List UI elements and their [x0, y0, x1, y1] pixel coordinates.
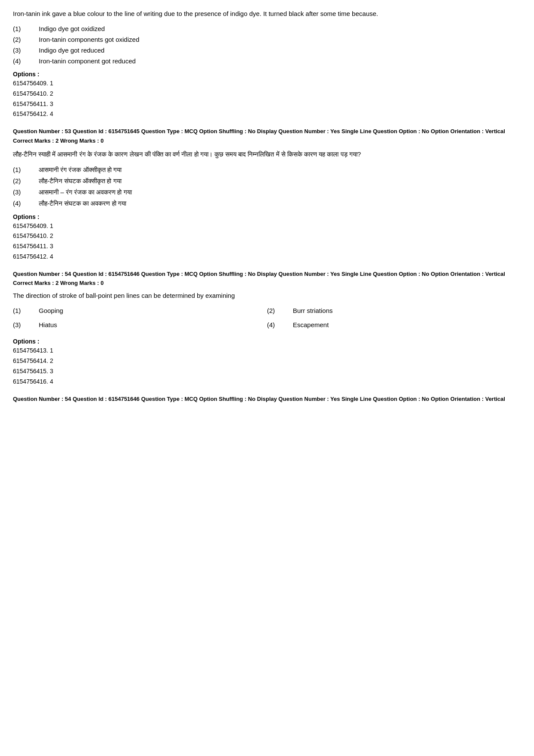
q52-options: (1) Indigo dye got oxidized (2) Iron-tan…: [13, 25, 521, 65]
q54-option-3-text: Hiatus: [39, 321, 57, 328]
q53-option-id-3: 6154756411. 3: [13, 241, 521, 252]
q53-option-2-text: लौह-टैनिन संघटक ऑक्सीकृत हो गया: [39, 177, 121, 185]
q53-options-section: Options : 6154756409. 1 6154756410. 2 61…: [13, 213, 521, 262]
q54-question-text: The direction of stroke of ball-point pe…: [13, 291, 521, 301]
q54-option-id-2: 6154756414. 2: [13, 356, 521, 366]
q53-option-id-1: 6154756409. 1: [13, 221, 521, 231]
q53-option-id-4: 6154756412. 4: [13, 252, 521, 262]
q52-option-1-num: (1): [13, 25, 39, 32]
q53-options-label: Options :: [13, 213, 521, 220]
q52-option-1: (1) Indigo dye got oxidized: [13, 25, 521, 32]
q53-marks: Correct Marks : 2 Wrong Marks : 0: [13, 137, 521, 144]
q52-options-section: Options : 6154756409. 1 6154756410. 2 61…: [13, 71, 521, 119]
q53-option-2: (2) लौह-टैनिन संघटक ऑक्सीकृत हो गया: [13, 177, 521, 185]
q53-meta: Question Number : 53 Question Id : 61547…: [13, 127, 521, 136]
q54-options-label: Options :: [13, 338, 521, 345]
q54-option-2: (2) Burr striations: [267, 307, 521, 314]
q54-option-id-4: 6154756416. 4: [13, 377, 521, 387]
q54-option-1: (1) Gooping: [13, 307, 267, 314]
q53-option-1-text: आसमानी रंग रंजक ऑक्सीकृत हो गया: [39, 166, 121, 174]
q54-options-section: Options : 6154756413. 1 6154756414. 2 61…: [13, 338, 521, 387]
q54-option-4-text: Escapement: [293, 321, 329, 328]
q54-option-2-num: (2): [267, 307, 293, 314]
q54-option-3: (3) Hiatus: [13, 321, 267, 328]
q54-option-4: (4) Escapement: [267, 321, 521, 328]
q54-option-1-text: Gooping: [39, 307, 63, 314]
q52-option-id-1: 6154756409. 1: [13, 78, 521, 89]
q54-options: (1) Gooping (2) Burr striations (3) Hiat…: [13, 307, 521, 332]
q52-options-label: Options :: [13, 71, 521, 78]
q54-option-3-num: (3): [13, 321, 39, 328]
q53-option-4-text: लौह-टैनिन संघटक का अवकरण हो गया: [39, 200, 126, 207]
q53-option-2-num: (2): [13, 177, 39, 184]
q54-option-id-1: 6154756413. 1: [13, 346, 521, 356]
q52-option-4: (4) Iron-tanin component got reduced: [13, 57, 521, 65]
q54-meta-bottom-divider: Question Number : 54 Question Id : 61547…: [13, 395, 521, 403]
q54-meta: Question Number : 54 Question Id : 61547…: [13, 270, 521, 278]
q53-option-4-num: (4): [13, 200, 39, 207]
q54-marks: Correct Marks : 2 Wrong Marks : 0: [13, 280, 521, 286]
q53-divider: Question Number : 53 Question Id : 61547…: [13, 127, 521, 144]
q54-meta-bottom: Question Number : 54 Question Id : 61547…: [13, 395, 521, 403]
q54-divider: Question Number : 54 Question Id : 61547…: [13, 270, 521, 287]
q53-option-1-num: (1): [13, 166, 39, 173]
q53-hindi-text: लौह-टैनिन स्याही में आसमानी रंग के रंजक …: [13, 148, 521, 160]
q52-option-3: (3) Indigo dye got reduced: [13, 47, 521, 54]
q52-option-id-2: 6154756410. 2: [13, 89, 521, 99]
q52-option-2-text: Iron-tanin components got oxidized: [39, 36, 139, 43]
q52-option-4-text: Iron-tanin component got reduced: [39, 57, 136, 65]
q54-option-1-num: (1): [13, 307, 39, 314]
q52-option-3-text: Indigo dye got reduced: [39, 47, 105, 54]
q54-option-2-text: Burr striations: [293, 307, 333, 314]
q54-option-4-num: (4): [267, 321, 293, 328]
q53-option-1: (1) आसमानी रंग रंजक ऑक्सीकृत हो गया: [13, 166, 521, 174]
q52-option-id-4: 6154756412. 4: [13, 109, 521, 119]
q53-options: (1) आसमानी रंग रंजक ऑक्सीकृत हो गया (2) …: [13, 166, 521, 207]
q54-option-id-3: 6154756415. 3: [13, 366, 521, 377]
q53-option-id-2: 6154756410. 2: [13, 231, 521, 241]
q53-option-3-num: (3): [13, 188, 39, 196]
q52-option-4-num: (4): [13, 57, 39, 65]
q52-option-1-text: Indigo dye got oxidized: [39, 25, 105, 32]
q52-option-2: (2) Iron-tanin components got oxidized: [13, 36, 521, 43]
q52-option-2-num: (2): [13, 36, 39, 43]
intro-question-text: Iron-tanin ink gave a blue colour to the…: [13, 9, 521, 19]
q53-option-3: (3) आसमानी – रंग रंजक का अवकरण हो गया: [13, 188, 521, 196]
q53-option-3-text: आसमानी – रंग रंजक का अवकरण हो गया: [39, 188, 132, 196]
q52-option-id-3: 6154756411. 3: [13, 99, 521, 109]
q52-option-3-num: (3): [13, 47, 39, 54]
q53-option-4: (4) लौह-टैनिन संघटक का अवकरण हो गया: [13, 200, 521, 207]
